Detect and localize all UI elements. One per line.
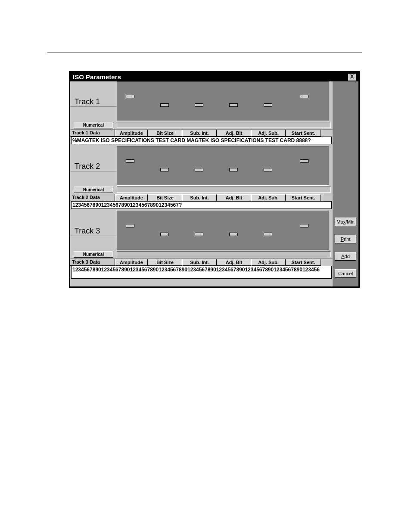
col-adj-bit[interactable]: Adj. Bit <box>217 194 251 201</box>
t: ancel <box>342 271 353 276</box>
close-button[interactable]: X <box>348 74 356 81</box>
track-2-data: 1234567890123456789012345678901234567? <box>71 201 332 209</box>
col-track-1-data: Track 1 Data <box>70 130 115 137</box>
graph-marker <box>300 224 308 227</box>
t: Ma <box>336 219 343 224</box>
col-track-2-data: Track 2 Data <box>70 194 115 201</box>
col-start-sent[interactable]: Start Sent. <box>286 130 321 137</box>
header-rule <box>47 53 362 53</box>
graph-marker <box>126 224 134 227</box>
dialog-title: ISO Parameters <box>73 73 121 81</box>
col-track-3-data: Track 3 Data <box>70 259 115 266</box>
col-bit-size[interactable]: Bit Size <box>148 194 182 201</box>
track-3-strip <box>117 251 331 257</box>
track-2-graph <box>117 146 329 186</box>
t: dd <box>345 254 350 259</box>
graph-marker <box>160 168 169 171</box>
graph-marker <box>229 233 238 236</box>
graph-marker <box>264 103 272 107</box>
graph-marker <box>160 233 169 236</box>
side-panel: Max/Min Print Add Cancel <box>333 81 358 286</box>
graph-marker <box>300 95 308 98</box>
col-start-sent[interactable]: Start Sent. <box>286 259 321 266</box>
track-1-data: %MAGTEK ISO SPECIFICATIONS TEST CARD MAG… <box>71 137 332 144</box>
t: /Min <box>346 219 355 224</box>
track-3-data: 1234567890123456789012345678901234567890… <box>71 266 332 279</box>
track-2-block: Track 2 Numerical <box>70 146 333 209</box>
track-1-headers: Track 1 Data Amplitude Bit Size Sub. Int… <box>70 129 333 137</box>
t: rint <box>344 236 350 242</box>
col-sub-int[interactable]: Sub. Int. <box>182 130 217 137</box>
col-adj-sub[interactable]: Adj. Sub. <box>251 194 286 201</box>
col-adj-sub[interactable]: Adj. Sub. <box>251 259 286 266</box>
col-adj-sub[interactable]: Adj. Sub. <box>251 130 286 137</box>
print-button[interactable]: Print <box>335 235 356 243</box>
graph-marker <box>195 168 203 171</box>
graph-marker <box>264 168 272 171</box>
graph-marker <box>160 103 169 107</box>
graph-marker <box>229 103 238 107</box>
col-bit-size[interactable]: Bit Size <box>148 130 182 137</box>
graph-marker <box>300 159 308 163</box>
graph-marker <box>195 103 203 107</box>
cancel-button[interactable]: Cancel <box>335 269 356 278</box>
track-1-graph <box>117 81 329 121</box>
dialog-titlebar: ISO Parameters X <box>70 72 358 81</box>
t: C <box>338 271 342 276</box>
track-1-title: Track 1 <box>70 96 117 107</box>
track-1-strip <box>117 122 331 128</box>
track-3-graph <box>117 211 329 250</box>
maxmin-button[interactable]: Max/Min <box>335 218 356 226</box>
track-1-block: Track 1 Numerical <box>70 81 333 144</box>
track-2-title: Track 2 <box>70 160 117 171</box>
graph-marker <box>126 95 134 98</box>
col-amplitude[interactable]: Amplitude <box>115 130 148 137</box>
track-3-block: Track 3 Numerical <box>70 211 333 279</box>
track-2-strip <box>117 187 331 193</box>
t: A <box>341 254 344 259</box>
graph-marker <box>229 168 238 171</box>
col-start-sent[interactable]: Start Sent. <box>286 194 321 201</box>
col-adj-bit[interactable]: Adj. Bit <box>217 130 251 137</box>
numerical-button-2[interactable]: Numerical <box>74 187 113 193</box>
col-adj-bit[interactable]: Adj. Bit <box>217 259 251 266</box>
col-sub-int[interactable]: Sub. Int. <box>182 194 217 201</box>
track-2-headers: Track 2 Data Amplitude Bit Size Sub. Int… <box>70 194 333 201</box>
graph-marker <box>195 233 203 236</box>
graph-marker <box>264 233 272 236</box>
track-3-title: Track 3 <box>70 225 117 236</box>
col-bit-size[interactable]: Bit Size <box>148 259 182 266</box>
col-amplitude[interactable]: Amplitude <box>115 259 148 266</box>
col-amplitude[interactable]: Amplitude <box>115 194 148 201</box>
numerical-button-3[interactable]: Numerical <box>74 251 113 258</box>
add-button[interactable]: Add <box>335 252 356 261</box>
numerical-button-1[interactable]: Numerical <box>74 122 113 128</box>
track-3-headers: Track 3 Data Amplitude Bit Size Sub. Int… <box>70 258 333 266</box>
graph-marker <box>126 159 134 163</box>
iso-parameters-dialog: ISO Parameters X Track 1 <box>69 71 360 288</box>
t: P <box>341 236 344 242</box>
main-panel: Track 1 Numerical <box>70 81 333 286</box>
col-sub-int[interactable]: Sub. Int. <box>182 259 217 266</box>
